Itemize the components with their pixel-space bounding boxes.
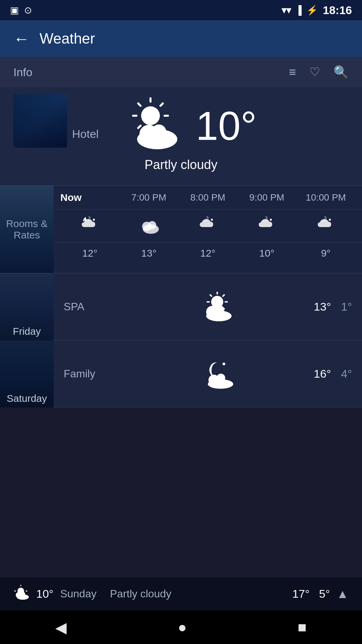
- status-right-icons: ▾▾ ▐ ⚡ 18:16: [282, 4, 352, 17]
- bottom-left-section: 10° Sunday Partly cloudy: [13, 585, 171, 603]
- time-display: 18:16: [323, 4, 352, 17]
- time-8pm: 8:00 PM: [178, 192, 237, 203]
- svg-line-28: [223, 295, 224, 296]
- svg-point-34: [215, 305, 224, 315]
- hourly-temp-row: 12° 13° 12° 10° 9°: [54, 243, 362, 266]
- temp-10pm: 9°: [296, 248, 355, 259]
- icon-7pm: [119, 216, 178, 236]
- bottom-low-temp: 5°: [319, 587, 330, 600]
- friday-weather-icon: [131, 292, 307, 322]
- friday-high: 13°: [314, 300, 331, 313]
- svg-point-22: [329, 219, 331, 221]
- saturday-weather-icon: [131, 359, 307, 389]
- saturday-high: 16°: [314, 367, 331, 380]
- sim-card-icon: ▣: [10, 5, 19, 16]
- bottom-high-temp: 17°: [292, 587, 309, 600]
- nav-icon-group: ≡ ♡ 🔍: [289, 65, 349, 79]
- main-content: Hotel: [0, 87, 362, 408]
- signal-icon: ▐: [296, 5, 302, 15]
- svg-line-6: [138, 126, 141, 128]
- bottom-description: Partly cloudy: [110, 588, 171, 600]
- page-title: Weather: [40, 30, 95, 47]
- back-button[interactable]: ←: [13, 30, 29, 48]
- search-icon[interactable]: 🔍: [334, 65, 349, 79]
- chevron-up-icon[interactable]: ▲: [337, 587, 349, 601]
- time-now: Now: [60, 192, 119, 203]
- hourly-row: Rooms & Rates Now 7:00 PM 8:00 PM 9:00 P…: [0, 186, 362, 273]
- bottom-summary-bar[interactable]: 10° Sunday Partly cloudy 17° 5° ▲: [0, 577, 362, 610]
- app-header: ← Weather: [0, 20, 362, 57]
- daily-section: Friday SPA: [0, 273, 362, 408]
- saturday-temps: 16° 4°: [314, 367, 352, 380]
- status-bar: ▣ ⊙ ▾▾ ▐ ⚡ 18:16: [0, 0, 362, 20]
- hotel-thumbnail: [13, 94, 67, 148]
- hourly-icon-row: ☽: [54, 210, 362, 243]
- svg-text:☽: ☽: [261, 216, 268, 223]
- friday-thumbnail: Friday: [0, 273, 54, 340]
- saturday-image: Saturday: [0, 340, 54, 408]
- svg-point-11: [152, 124, 166, 139]
- heart-icon[interactable]: ♡: [309, 65, 320, 79]
- icon-now: ☽: [60, 216, 119, 236]
- svg-point-13: [93, 219, 95, 221]
- bottom-sun-icon: [13, 585, 29, 603]
- icon-9pm: ☽: [237, 216, 296, 236]
- info-tab[interactable]: Info: [13, 66, 33, 79]
- svg-line-8: [138, 103, 141, 106]
- friday-label: Friday: [0, 326, 54, 337]
- filter-icon[interactable]: ≡: [289, 65, 296, 79]
- svg-text:☽: ☽: [320, 216, 327, 223]
- svg-point-46: [20, 592, 25, 596]
- hotel-label: Hotel: [72, 127, 99, 141]
- temp-9pm: 10°: [237, 248, 296, 259]
- time-7pm: 7:00 PM: [119, 192, 178, 203]
- hourly-section: Rooms & Rates Now 7:00 PM 8:00 PM 9:00 P…: [0, 185, 362, 273]
- current-weather-display: 10°: [125, 97, 256, 154]
- back-nav-button[interactable]: ◀: [55, 619, 67, 636]
- partly-cloudy-icon: [125, 97, 189, 154]
- bottom-temperature: 10°: [36, 587, 53, 600]
- saturday-low: 4°: [341, 367, 352, 380]
- current-weather-section: Hotel: [0, 87, 362, 185]
- svg-point-35: [223, 363, 225, 365]
- camera-icon: ⊙: [24, 5, 32, 16]
- home-nav-button[interactable]: ●: [178, 619, 187, 636]
- svg-point-20: [270, 219, 272, 221]
- friday-image: Friday: [0, 273, 54, 340]
- hotel-image: [13, 94, 67, 148]
- svg-line-31: [210, 295, 212, 296]
- rooms-thumbnail: Rooms & Rates: [0, 186, 54, 273]
- svg-text:☽: ☽: [202, 216, 209, 223]
- temp-7pm: 13°: [119, 248, 178, 259]
- weather-description: Partly cloudy: [144, 158, 218, 179]
- rooms-label: Rooms & Rates: [0, 218, 54, 241]
- current-temperature: 10°: [196, 106, 256, 146]
- svg-line-5: [161, 103, 163, 106]
- temp-8pm: 12°: [178, 248, 237, 259]
- icon-8pm: ☽: [178, 216, 237, 236]
- hourly-columns: Now 7:00 PM 8:00 PM 9:00 PM 10:00 PM ☽: [54, 186, 362, 273]
- saturday-thumbnail: Saturday: [0, 340, 54, 408]
- time-10pm: 10:00 PM: [296, 192, 355, 203]
- daily-row-friday: Friday SPA: [0, 273, 362, 340]
- battery-icon: ⚡: [306, 5, 318, 16]
- friday-category: SPA: [64, 301, 124, 313]
- time-9pm: 9:00 PM: [237, 192, 296, 203]
- status-left-icons: ▣ ⊙: [10, 5, 32, 16]
- bottom-right-section: 17° 5° ▲: [292, 587, 349, 601]
- temp-now: 12°: [60, 248, 119, 259]
- rooms-image: Rooms & Rates: [0, 186, 54, 273]
- wifi-icon: ▾▾: [282, 5, 291, 16]
- svg-point-0: [141, 106, 160, 125]
- android-nav-bar: ◀ ● ■: [0, 610, 362, 644]
- svg-point-18: [211, 219, 213, 221]
- saturday-info: Family 16° 4°: [54, 359, 362, 389]
- hourly-time-row: Now 7:00 PM 8:00 PM 9:00 PM 10:00 PM: [54, 186, 362, 210]
- svg-point-16: [148, 221, 156, 229]
- daily-row-saturday: Saturday Family: [0, 340, 362, 408]
- recents-nav-button[interactable]: ■: [298, 619, 307, 636]
- icon-10pm: ☽: [296, 216, 355, 236]
- saturday-category: Family: [64, 368, 124, 380]
- friday-temps: 13° 1°: [314, 300, 352, 313]
- bottom-high-low: 17° 5°: [292, 587, 330, 600]
